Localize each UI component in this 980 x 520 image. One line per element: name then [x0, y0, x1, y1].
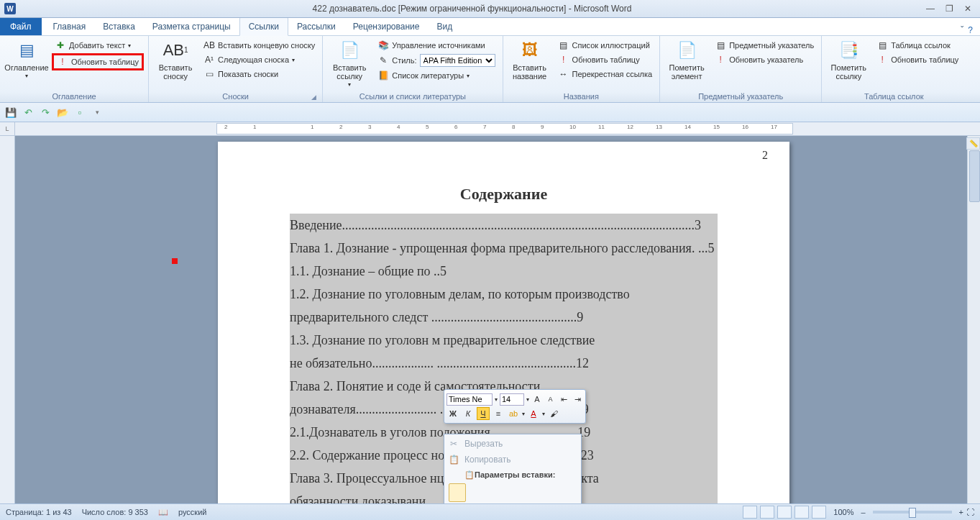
crossref-icon: ↔ [558, 68, 569, 80]
table-of-figures-button[interactable]: ▤Список иллюстраций [555, 39, 656, 52]
bibliography-button[interactable]: 📙Список литературы ▾ [375, 69, 498, 82]
format-painter-icon[interactable]: 🖌 [547, 407, 560, 420]
view-draft[interactable] [812, 506, 826, 519]
plus-icon: ✚ [55, 40, 66, 51]
show-notes-button[interactable]: ▭Показать сноски [201, 68, 318, 81]
tab-view[interactable]: Вид [428, 18, 461, 35]
undo-icon[interactable]: ↶ [22, 106, 35, 119]
insert-endnote-button[interactable]: ABВставить концевую сноску [201, 39, 318, 52]
mark-entry-icon: 📄 [675, 39, 698, 62]
update-tof-button[interactable]: !Обновить таблицу [555, 53, 656, 66]
update-toa-label: Обновить таблицу [891, 55, 958, 64]
mark-citation-icon: 📑 [837, 39, 860, 62]
tab-references[interactable]: Ссылки [239, 17, 288, 36]
document-area[interactable]: 2 Содержание Введение...................… [15, 136, 980, 503]
underline-icon[interactable]: Ч [477, 407, 490, 420]
endnote-icon: AB [203, 40, 215, 51]
status-page[interactable]: Страница: 1 из 43 [6, 508, 72, 516]
toc-button[interactable]: ▤ Оглавление▾ [4, 37, 49, 82]
insert-toa-button[interactable]: ▤Таблица ссылок [874, 39, 961, 52]
qat-dropdown-icon[interactable]: ▾ [91, 106, 104, 119]
add-text-button[interactable]: ✚Добавить текст ▾ [52, 39, 144, 52]
vertical-ruler: L [0, 122, 15, 503]
help-icon[interactable]: ? [968, 25, 973, 35]
shrink-font-icon[interactable]: A [545, 393, 557, 406]
status-language[interactable]: русский [178, 508, 206, 516]
save-icon[interactable]: 💾 [4, 106, 17, 119]
insert-footnote-button[interactable]: AB1 Вставить сноску [153, 37, 198, 82]
insert-index-button[interactable]: ▤Предметный указатель [712, 39, 817, 52]
toc-line: не обязательно................... ......… [290, 352, 718, 375]
group-footnotes: AB1 Вставить сноску ABВставить концевую … [149, 36, 323, 102]
insert-caption-button[interactable]: 🖼 Вставить название [508, 37, 552, 82]
zoom-thumb[interactable] [909, 508, 916, 518]
view-web[interactable] [777, 506, 792, 519]
insert-citation-button[interactable]: 📄 Вставить ссылку▾ [327, 37, 372, 91]
grow-font-icon[interactable]: A [531, 393, 543, 406]
increase-indent-icon[interactable]: ⇥ [572, 393, 583, 406]
zoom-slider[interactable] [873, 511, 952, 514]
restore-button[interactable]: ❐ [943, 4, 956, 14]
font-name-input[interactable] [447, 393, 493, 406]
toc-line: 1.1. Дознание – общие по ..5 [290, 260, 718, 283]
bold-icon[interactable]: Ж [447, 407, 459, 420]
tab-insert[interactable]: Вставка [94, 18, 144, 35]
file-tab[interactable]: Файл [0, 18, 42, 35]
doc-heading: Содержание [290, 185, 718, 204]
tab-layout[interactable]: Разметка страницы [144, 18, 239, 35]
ctx-cut[interactable]: ✂Вырезать [444, 436, 581, 452]
style-label: Стиль: [392, 56, 416, 65]
font-color-icon[interactable]: A [527, 407, 540, 420]
manage-sources-button[interactable]: 📚Управление источниками [375, 39, 498, 52]
title-bar: W 422 дознаватель.doc [Режим ограниченно… [0, 0, 980, 18]
scrollbar-thumb[interactable] [969, 150, 980, 202]
ruler-toggle-icon[interactable]: 📏 [966, 137, 980, 150]
toc-icon: ▤ [15, 39, 38, 62]
close-button[interactable]: ✕ [961, 4, 974, 14]
dialog-launcher-icon[interactable]: ◢ [311, 93, 316, 101]
citation-style-select[interactable]: ✎Стиль: APA Fifth Edition [375, 53, 498, 68]
zoom-out-icon[interactable]: – [861, 508, 865, 516]
style-dropdown[interactable]: APA Fifth Edition [420, 54, 495, 67]
highlight-icon[interactable]: ab [507, 407, 520, 420]
new-icon[interactable]: ▫ [73, 106, 86, 119]
tab-home[interactable]: Главная [45, 18, 95, 35]
zoom-level[interactable]: 100% [833, 508, 853, 516]
mark-citation-button[interactable]: 📑 Пометить ссылку [826, 37, 871, 82]
next-footnote-icon: A¹ [203, 54, 215, 65]
update-toa-button[interactable]: !Обновить таблицу [874, 53, 961, 66]
ruler-corner: L [0, 122, 14, 136]
zoom-in-icon[interactable]: + [959, 508, 963, 516]
bibliography-icon: 📙 [377, 70, 389, 81]
ctx-paste-option[interactable] [444, 482, 581, 503]
align-center-icon[interactable]: ≡ [492, 407, 505, 420]
minimize-button[interactable]: — [924, 4, 937, 14]
tab-mailings[interactable]: Рассылки [288, 18, 344, 35]
ctx-copy[interactable]: 📋Копировать [444, 452, 581, 467]
proofing-icon[interactable]: 📖 [158, 508, 168, 517]
mark-entry-button[interactable]: 📄 Пометить элемент [664, 37, 709, 82]
decrease-indent-icon[interactable]: ⇤ [559, 393, 570, 406]
view-full-screen[interactable] [760, 506, 774, 519]
fit-icon[interactable]: ⛶ [966, 508, 974, 516]
workspace: L 21 12 34 56 78 910 1112 1314 1516 17 2… [0, 122, 980, 503]
mini-toolbar: ▾ ▾ A A ⇤ ⇥ Ж К Ч ≡ ab ▾ A ▾ 🖌 [444, 389, 586, 424]
next-footnote-button[interactable]: A¹Следующая сноска ▾ [201, 53, 318, 66]
vertical-scrollbar[interactable] [967, 136, 980, 503]
status-word-count[interactable]: Число слов: 9 353 [82, 508, 148, 516]
tof-icon: ▤ [558, 40, 569, 51]
ribbon-minimize-icon[interactable]: ˇ [961, 25, 963, 35]
update-index-label: Обновить указатель [729, 55, 803, 64]
view-print-layout[interactable] [743, 506, 757, 519]
show-notes-icon: ▭ [203, 68, 215, 80]
font-size-input[interactable] [500, 393, 524, 406]
view-outline[interactable] [794, 506, 809, 519]
update-index-button[interactable]: !Обновить указатель [712, 53, 817, 66]
update-table-button[interactable]: !Обновить таблицу [52, 53, 144, 70]
cross-reference-button[interactable]: ↔Перекрестная ссылка [555, 68, 656, 81]
tab-review[interactable]: Рецензирование [344, 18, 429, 35]
italic-icon[interactable]: К [462, 407, 475, 420]
open-icon[interactable]: 📂 [56, 106, 69, 119]
group-toc: ▤ Оглавление▾ ✚Добавить текст ▾ !Обновит… [0, 36, 149, 102]
redo-icon[interactable]: ↷ [39, 106, 52, 119]
